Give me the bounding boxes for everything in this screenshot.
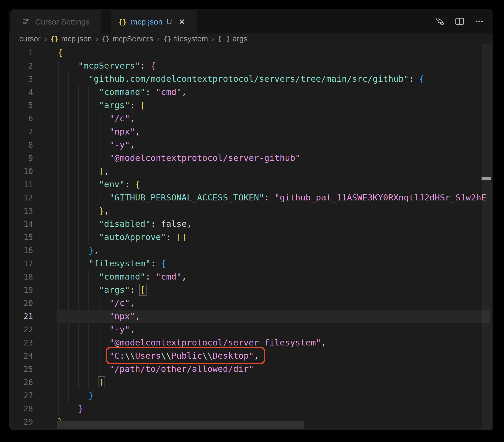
breadcrumb-separator: › <box>96 34 98 43</box>
bracket-match: [ <box>140 285 145 295</box>
code-line: 2 "mcpServers": { <box>9 59 493 72</box>
code-line: 16 }, <box>9 244 493 257</box>
line-number: 20 <box>9 299 33 308</box>
modified-badge: U <box>167 17 172 26</box>
line-content[interactable]: "args": [ <box>58 285 145 295</box>
code-line: 10 ], <box>9 165 493 178</box>
line-content[interactable]: }, <box>58 206 109 216</box>
line-number: 22 <box>9 325 33 334</box>
line-content[interactable]: "-y", <box>58 140 135 150</box>
line-number: 11 <box>9 180 33 189</box>
line-content[interactable]: "-y", <box>58 324 135 334</box>
tab-label: mcp.json <box>131 17 163 26</box>
code-line: 9 "@modelcontextprotocol/server-github" <box>9 151 493 165</box>
tab-bar: Cursor Settings {} mcp.json U ✕ <box>9 9 493 33</box>
line-number: 1 <box>9 48 33 57</box>
breadcrumb-separator: › <box>157 34 160 43</box>
line-content[interactable]: "/c", <box>58 113 135 123</box>
code-line: 17 "filesystem": { <box>9 257 493 270</box>
code-line: 12 "GITHUB_PERSONAL_ACCESS_TOKEN": "gith… <box>9 191 493 204</box>
line-number: 21 <box>9 312 33 321</box>
line-content[interactable]: "/path/to/other/allowed/dir" <box>58 364 254 374</box>
bracket-match: ] <box>99 377 104 387</box>
code-line: 13 }, <box>9 204 493 217</box>
code-line: 22 "-y", <box>9 323 493 336</box>
line-content[interactable]: "npx", <box>58 311 140 321</box>
tab-cursor-settings[interactable]: Cursor Settings <box>11 10 101 33</box>
line-content[interactable]: "filesystem": { <box>58 258 166 268</box>
breadcrumb-separator: › <box>212 34 214 43</box>
line-content[interactable]: "autoApprove": [] <box>58 232 187 242</box>
open-changes-icon[interactable] <box>435 16 445 26</box>
line-content[interactable]: ], <box>58 166 109 176</box>
code-line: 11 "env": { <box>9 178 493 191</box>
line-number: 13 <box>9 206 33 215</box>
editor-window: Cursor Settings {} mcp.json U ✕ <box>9 9 493 430</box>
breadcrumb-item-mcpServers[interactable]: {}mcpServers <box>102 35 153 43</box>
line-number: 5 <box>9 101 33 110</box>
line-content[interactable]: "github.com/modelcontextprotocol/servers… <box>58 74 424 84</box>
line-content[interactable]: "mcpServers": { <box>58 61 156 71</box>
line-content[interactable]: } <box>58 390 94 400</box>
code-line: 25 "/path/to/other/allowed/dir" <box>9 362 493 376</box>
code-line: 23 "@modelcontextprotocol/server-filesys… <box>9 336 493 349</box>
braces-icon: {} <box>102 35 110 43</box>
horizontal-scrollbar[interactable] <box>57 421 304 429</box>
breadcrumb-item-mcpjson[interactable]: {}mcp.json <box>51 35 92 43</box>
breadcrumb-item-filesystem[interactable]: {}filesystem <box>163 35 208 43</box>
breadcrumb-item-args[interactable]: [ ]args <box>218 35 248 43</box>
code-line: 24 "C:\\Users\\Public\\Desktop", <box>9 349 493 362</box>
line-content[interactable]: "@modelcontextprotocol/server-filesystem… <box>58 338 326 348</box>
breadcrumb-label: .cursor <box>17 35 41 43</box>
line-content[interactable]: "@modelcontextprotocol/server-github" <box>58 153 300 163</box>
more-actions-icon[interactable] <box>474 16 484 26</box>
breadcrumb-separator: › <box>44 34 47 43</box>
line-content[interactable]: "disabled": false, <box>58 219 192 229</box>
line-content[interactable]: "env": { <box>58 179 140 189</box>
line-number: 10 <box>9 167 33 176</box>
code-line: 28 } <box>9 402 493 415</box>
code-line: 30 <box>9 428 493 430</box>
split-editor-icon[interactable] <box>455 16 465 26</box>
line-number: 23 <box>9 338 33 347</box>
code-line: 15 "autoApprove": [] <box>9 230 493 244</box>
line-content[interactable]: "command": "cmd", <box>58 87 187 97</box>
tab-mcp-json[interactable]: {} mcp.json U ✕ <box>111 10 197 33</box>
line-number: 8 <box>9 140 33 150</box>
code-line: 26 ] <box>9 376 493 389</box>
line-number: 4 <box>9 88 33 97</box>
json-braces-icon: {} <box>118 18 127 26</box>
code-line: 21 "npx", <box>9 310 493 323</box>
braces-icon: {} <box>163 35 171 43</box>
code-line: 3 "github.com/modelcontextprotocol/serve… <box>9 72 493 85</box>
line-content[interactable]: "args": [ <box>58 100 145 110</box>
breadcrumb-label: mcpServers <box>112 35 153 43</box>
line-content[interactable]: } <box>58 403 83 414</box>
line-number: 26 <box>9 378 33 387</box>
line-content[interactable]: ] <box>58 377 104 387</box>
line-number: 28 <box>9 404 33 413</box>
sliders-icon <box>21 17 30 27</box>
line-number: 17 <box>9 259 33 268</box>
breadcrumb-item-cursor[interactable]: .cursor <box>17 35 41 43</box>
code-line: 20 "/c", <box>9 296 493 310</box>
vertical-scrollbar-thumb[interactable] <box>482 177 491 180</box>
line-content[interactable]: "command": "cmd", <box>58 272 187 282</box>
line-content[interactable]: "C:\\Users\\Public\\Desktop", <box>58 351 259 361</box>
vertical-scrollbar[interactable] <box>482 44 492 430</box>
line-number: 18 <box>9 272 33 281</box>
breadcrumb: .cursor›{}mcp.json›{}mcpServers›{}filesy… <box>9 33 493 44</box>
breadcrumb-label: args <box>233 35 247 43</box>
line-content[interactable]: "npx", <box>58 127 140 137</box>
line-content[interactable]: { <box>58 47 63 57</box>
line-content[interactable]: "/c", <box>58 298 135 308</box>
braces-icon: {} <box>51 35 59 43</box>
line-number: 2 <box>9 61 33 70</box>
line-content[interactable]: }, <box>58 245 99 255</box>
close-icon[interactable]: ✕ <box>179 17 185 26</box>
code-line: 19 "args": [ <box>9 283 493 296</box>
line-content[interactable]: "GITHUB_PERSONAL_ACCESS_TOKEN": "github_… <box>58 193 486 203</box>
line-number: 9 <box>9 153 33 163</box>
code-line: 27 } <box>9 389 493 402</box>
code-editor: 1{2 "mcpServers": {3 "github.com/modelco… <box>9 44 493 430</box>
